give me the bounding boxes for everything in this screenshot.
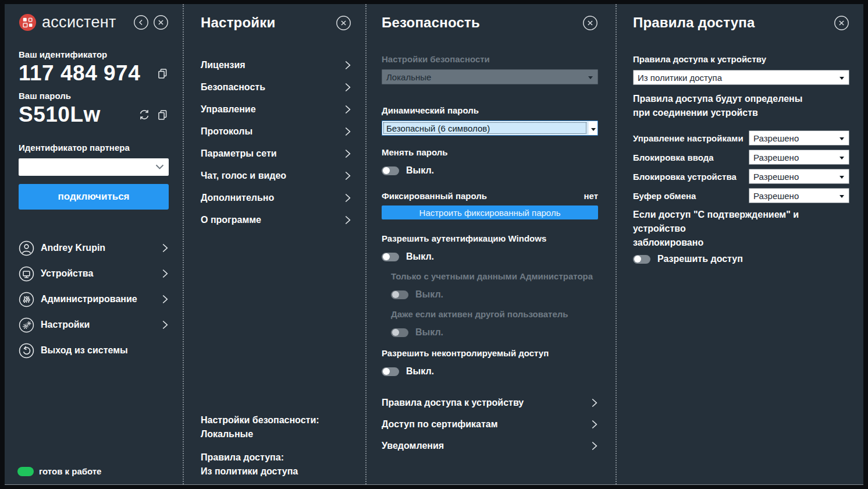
refresh-password-icon[interactable]: [138, 108, 151, 121]
settings-footer-summary: Настройки безопасности: Локальные Правил…: [201, 413, 319, 479]
chevron-right-icon: [590, 419, 598, 430]
link-label: Доступ по сертификатам: [382, 419, 498, 430]
other-user-active-label: Даже если активен другой пользователь: [391, 309, 598, 319]
chevron-right-icon: [344, 126, 351, 137]
settings-item-label: Управление: [201, 104, 256, 115]
rule-value: Разрешено: [753, 191, 799, 201]
close-icon[interactable]: [153, 15, 169, 30]
dropdown-arrow-icon: [591, 128, 596, 131]
dropdown-arrow-icon: [588, 76, 593, 79]
change-password-state: Выкл.: [406, 165, 434, 176]
rule-label: Блокировка ввода: [633, 153, 714, 162]
footer-access-label: Правила доступа:: [201, 451, 319, 465]
settings-item-label: Протоколы: [201, 126, 252, 137]
link-certificate-access[interactable]: Доступ по сертификатам: [382, 413, 598, 435]
chevron-right-icon: [161, 243, 169, 253]
access-rules-note: Правила доступа будут определены при сое…: [633, 92, 849, 120]
fixed-password-status: нет: [584, 191, 598, 201]
rule-value: Разрешено: [753, 172, 799, 182]
rule-settings-management: Управление настройками Разрешено: [633, 130, 849, 146]
condition-line-2: заблокировано: [633, 236, 849, 250]
chevron-right-icon: [344, 215, 351, 225]
rule-device-blocking-select[interactable]: Разрешено: [749, 169, 849, 184]
sidebar-item-logout[interactable]: Выход из системы: [19, 338, 169, 363]
footer-security-value: Локальные: [201, 427, 319, 441]
access-rules-close-icon[interactable]: [834, 15, 849, 31]
settings-item-security[interactable]: Безопасность: [201, 76, 351, 98]
chevron-right-icon: [344, 148, 351, 159]
administration-icon: [19, 292, 34, 307]
chevron-right-icon: [161, 320, 169, 330]
settings-close-icon[interactable]: [336, 15, 351, 31]
note-line-2: при соединении устройств: [633, 106, 849, 120]
partner-id-chevron-down-icon[interactable]: [155, 164, 164, 170]
admin-credentials-toggle: [391, 290, 408, 299]
settings-item-advanced[interactable]: Дополнительно: [201, 187, 351, 209]
settings-item-about[interactable]: О программе: [201, 209, 351, 231]
partner-id-input[interactable]: [19, 158, 169, 176]
settings-item-protocols[interactable]: Протоколы: [201, 121, 351, 143]
dynamic-password-select[interactable]: Безопасный (6 символов): [382, 121, 598, 136]
your-id-value: 117 484 974: [19, 61, 140, 86]
footer-access-value: Из политики доступа: [201, 465, 319, 479]
devices-icon: [19, 266, 34, 282]
unattended-access-label: Разрешить неконтролируемый доступ: [382, 348, 598, 358]
settings-item-label: Лицензия: [201, 60, 246, 70]
note-line-1: Правила доступа будут определены: [633, 92, 849, 106]
chevron-right-icon: [344, 171, 351, 181]
unattended-access-toggle[interactable]: [382, 367, 399, 376]
security-settings-label: Настройки безопасности: [382, 54, 598, 64]
allow-access-toggle[interactable]: [633, 255, 650, 264]
collapse-back-icon[interactable]: [133, 15, 149, 30]
rule-clipboard-select[interactable]: Разрешено: [749, 188, 849, 203]
access-rules-title: Правила доступа: [633, 15, 755, 31]
dropdown-arrow-icon: [839, 157, 844, 160]
sidebar-item-label: Администрирование: [41, 294, 137, 304]
configure-fixed-password-button[interactable]: Настроить фиксированный пароль: [382, 205, 598, 219]
sidebar-item-devices[interactable]: Устройства: [19, 261, 169, 286]
change-password-toggle[interactable]: [382, 166, 399, 175]
settings-panel: Настройки Лицензия Безопасность: [183, 4, 365, 484]
link-device-access-rules[interactable]: Правила доступа к устройству: [382, 392, 598, 413]
settings-item-network[interactable]: Параметры сети: [201, 143, 351, 165]
dropdown-arrow-button[interactable]: [588, 122, 597, 134]
settings-item-chat-voice-video[interactable]: Чат, голос и видео: [201, 165, 351, 187]
settings-item-label: Дополнительно: [201, 193, 274, 203]
security-close-icon[interactable]: [582, 15, 598, 31]
other-user-active-toggle: [391, 328, 408, 337]
windows-auth-toggle[interactable]: [382, 253, 399, 261]
device-access-select[interactable]: Из политики доступа: [633, 70, 849, 85]
link-notifications[interactable]: Уведомления: [382, 435, 598, 456]
windows-auth-label: Разрешить аутентификацию Windows: [382, 233, 598, 243]
app-logo-icon: [19, 13, 37, 31]
footer-security-label: Настройки безопасности:: [201, 413, 319, 427]
settings-item-management[interactable]: Управление: [201, 98, 351, 121]
settings-item-license[interactable]: Лицензия: [201, 54, 351, 76]
rule-input-blocking-select[interactable]: Разрешено: [749, 150, 849, 165]
your-password-label: Ваш пароль: [19, 91, 169, 101]
logout-icon: [19, 343, 34, 359]
admin-credentials-label: Только с учетными данными Администратора: [391, 271, 598, 281]
other-user-active-state: Выкл.: [415, 327, 443, 338]
sidebar-item-administration[interactable]: Администрирование: [19, 286, 169, 312]
chevron-right-icon: [344, 193, 351, 203]
status-green-pill: [17, 467, 34, 476]
connect-button[interactable]: подключиться: [19, 184, 169, 210]
partner-id-label: Идентификатор партнера: [19, 143, 169, 153]
rule-settings-management-select[interactable]: Разрешено: [749, 130, 849, 146]
partner-id-combobox[interactable]: [19, 158, 169, 176]
rule-label: Управление настройками: [633, 133, 744, 143]
connection-status: готов к работе: [17, 466, 101, 476]
settings-item-label: Безопасность: [201, 82, 265, 93]
sidebar-item-account[interactable]: Andrey Krupin: [19, 235, 169, 261]
main-menu: Andrey Krupin Устройства: [19, 235, 169, 363]
copy-password-icon[interactable]: [156, 109, 169, 121]
copy-id-icon[interactable]: [156, 68, 169, 80]
your-id-label: Ваш идентификатор: [19, 49, 169, 59]
rule-clipboard: Буфер обмена Разрешено: [633, 188, 849, 203]
settings-gears-icon: [19, 317, 34, 333]
sidebar-item-settings[interactable]: Настройки: [19, 312, 169, 338]
chevron-right-icon: [344, 60, 351, 70]
security-links: Правила доступа к устройству Доступ по с…: [382, 392, 598, 456]
dropdown-arrow-icon: [839, 137, 844, 140]
